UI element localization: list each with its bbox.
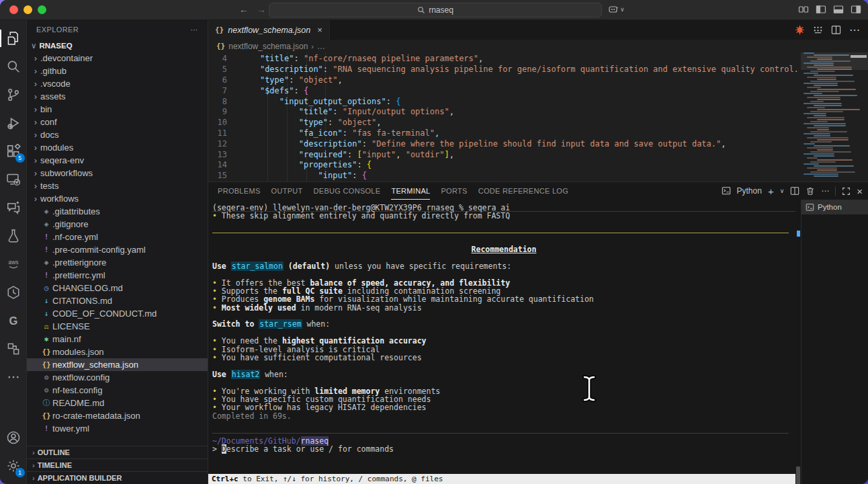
tree-folder-seqera-env[interactable]: ›seqera-env [27, 154, 208, 167]
close-window-button[interactable] [9, 5, 18, 14]
schema-dots-icon[interactable] [813, 25, 823, 35]
activity-extensions[interactable]: 5 [0, 137, 27, 165]
panel-tab-debug-console[interactable]: DEBUG CONSOLE [314, 182, 381, 200]
tree-file-main.nf[interactable]: ✱main.nf [27, 333, 208, 346]
code-editor[interactable]: 456789101112131415 "title": "nf-core/rna… [208, 52, 868, 182]
tree-folder-docs[interactable]: ›docs [27, 128, 208, 141]
panel-tab-ports[interactable]: PORTS [441, 182, 467, 200]
indent-guide [306, 52, 307, 182]
markdown-down-icon: ↓ [40, 309, 52, 318]
tree-folder-.devcontainer[interactable]: ›.devcontainer [27, 52, 208, 65]
tree-folder-workflows[interactable]: ›workflows [27, 192, 208, 205]
activity-chat[interactable] [0, 194, 27, 222]
nf-core-sparkle-icon[interactable] [795, 25, 805, 35]
activity-aws[interactable]: aws [0, 250, 27, 278]
sidebar-section-outline[interactable]: ›OUTLINE [27, 446, 208, 458]
tree-file-tower.yml[interactable]: !tower.yml [27, 422, 208, 435]
tree-root-rnaseq[interactable]: ∨ RNASEQ [27, 39, 208, 52]
split-editor-icon[interactable] [831, 25, 841, 35]
line-number: 10 [208, 118, 235, 128]
activity-gitlens[interactable]: G [0, 307, 27, 335]
minimize-window-button[interactable] [24, 5, 32, 14]
sidebar-section-application-builder[interactable]: ›APPLICATION BUILDER [27, 471, 208, 484]
activity-settings[interactable]: 1 [0, 452, 27, 480]
zoom-window-button[interactable] [38, 5, 46, 14]
tree-file-nextflow.config[interactable]: ⚙nextflow.config [27, 371, 208, 384]
tree-file-CHANGELOG.md[interactable]: ◷CHANGELOG.md [27, 282, 208, 294]
tree-folder-.github[interactable]: ›.github [27, 65, 208, 77]
terminal-list-item-python[interactable]: Python [801, 200, 868, 214]
minimap-line [807, 97, 840, 98]
toggle-secondary-sidebar-icon[interactable] [851, 4, 861, 15]
command-center-search[interactable]: rnaseq [269, 3, 602, 17]
panel-more-actions-icon[interactable]: ⋯ [821, 186, 829, 196]
panel-tab-problems[interactable]: PROBLEMS [218, 182, 261, 200]
chevron-right-icon: › [31, 66, 40, 76]
tree-folder-bin[interactable]: ›bin [27, 103, 208, 116]
terminal-scrollbar-thumb[interactable] [796, 467, 800, 484]
tree-file-.gitattributes[interactable]: ◈.gitattributes [27, 205, 208, 218]
tree-folder-tests[interactable]: ›tests [27, 179, 208, 192]
maximize-panel-icon[interactable] [842, 187, 851, 196]
chevron-right-icon: › [31, 168, 40, 178]
tree-folder-modules[interactable]: ›modules [27, 141, 208, 154]
kill-terminal-icon[interactable] [806, 186, 815, 196]
tree-folder-assets[interactable]: ›assets [27, 90, 208, 103]
activity-search[interactable] [0, 52, 27, 81]
tree-file-modules.json[interactable]: {}modules.json [27, 346, 208, 358]
nav-forward-icon[interactable]: → [257, 4, 266, 15]
activity-project-manager[interactable] [0, 335, 27, 363]
editor-scrollbar-thumb[interactable] [851, 55, 867, 58]
panel-tab-output[interactable]: OUTPUT [271, 182, 303, 200]
activity-source-control[interactable] [0, 81, 27, 109]
minimap-line [810, 161, 836, 163]
minimap[interactable] [801, 52, 868, 182]
close-tab-icon[interactable]: × [317, 25, 322, 35]
activity-explorer[interactable] [0, 24, 27, 52]
tree-file-CODE_OF_CONDUCT.md[interactable]: ↓CODE_OF_CONDUCT.md [27, 307, 208, 320]
tree-folder-.vscode[interactable]: ›.vscode [27, 77, 208, 90]
tree-folder-subworkflows[interactable]: ›subworkflows [27, 167, 208, 179]
tree-file-nf-test.config[interactable]: ⚙nf-test.config [27, 384, 208, 397]
activity-localstack[interactable] [0, 278, 27, 307]
breadcrumb[interactable]: {} nextflow_schema.json › … [208, 40, 868, 52]
tree-file-.nf-core.yml[interactable]: !.nf-core.yml [27, 231, 208, 243]
activity-remote-explorer[interactable] [0, 165, 27, 194]
editor-more-actions-icon[interactable]: ⋯ [849, 24, 860, 36]
panel-tab-code-reference-log[interactable]: CODE REFERENCE LOG [478, 182, 568, 200]
terminal-scrollbar[interactable] [795, 200, 801, 484]
tree-file-ro-crate-metadata.json[interactable]: {}ro-crate-metadata.json [27, 409, 208, 422]
activity-testing[interactable] [0, 222, 27, 250]
split-terminal-icon[interactable] [790, 186, 799, 196]
copilot-menu[interactable]: ∨ [608, 4, 625, 15]
activity-accounts[interactable] [0, 424, 27, 452]
close-panel-icon[interactable]: × [857, 186, 863, 197]
tree-file-LICENSE[interactable]: ⚖LICENSE [27, 320, 208, 333]
sidebar-more-actions-icon[interactable]: ⋯ [191, 26, 198, 34]
sidebar-section-timeline[interactable]: ›TIMELINE [27, 458, 208, 471]
tree-file-CITATIONS.md[interactable]: ↓CITATIONS.md [27, 294, 208, 307]
customize-layout-icon[interactable] [798, 4, 809, 15]
folder-name: conf [40, 117, 57, 127]
tree-file-README.md[interactable]: ⓘREADME.md [27, 397, 208, 409]
tree-file-.gitignore[interactable]: ◈.gitignore [27, 218, 208, 231]
tree-folder-conf[interactable]: ›conf [27, 116, 208, 128]
new-terminal-icon[interactable]: + [768, 186, 774, 197]
toggle-panel-icon[interactable] [833, 4, 844, 15]
toggle-primary-sidebar-icon[interactable] [816, 4, 826, 15]
tab-nextflow-schema-json[interactable]: {} nextflow_schema.json × [208, 20, 330, 40]
activity-additional-views[interactable] [0, 363, 27, 391]
tree-file-nextflow_schema.json[interactable]: {}nextflow_schema.json [27, 358, 208, 371]
panel-tab-terminal[interactable]: TERMINAL [391, 182, 430, 200]
terminal-dropdown-icon[interactable]: ∨ [780, 188, 785, 194]
shell-label[interactable]: Python [737, 186, 762, 196]
tree-file-.pre-commit-config.yaml[interactable]: !.pre-commit-config.yaml [27, 243, 208, 256]
terminal[interactable]: (seqera-env) llewelyn-van-der-berg@KTW2Y… [208, 200, 795, 484]
tree-file-.prettierrc.yml[interactable]: !.prettierrc.yml [27, 269, 208, 282]
minimap-line [804, 93, 822, 94]
activity-run-debug[interactable] [0, 109, 27, 137]
folder-name: .devcontainer [40, 53, 93, 63]
nav-back-icon[interactable]: ← [239, 4, 249, 15]
tree-file-.prettierignore[interactable]: ◈.prettierignore [27, 256, 208, 269]
code-line: "description": "Define where the pipelin… [241, 139, 799, 150]
